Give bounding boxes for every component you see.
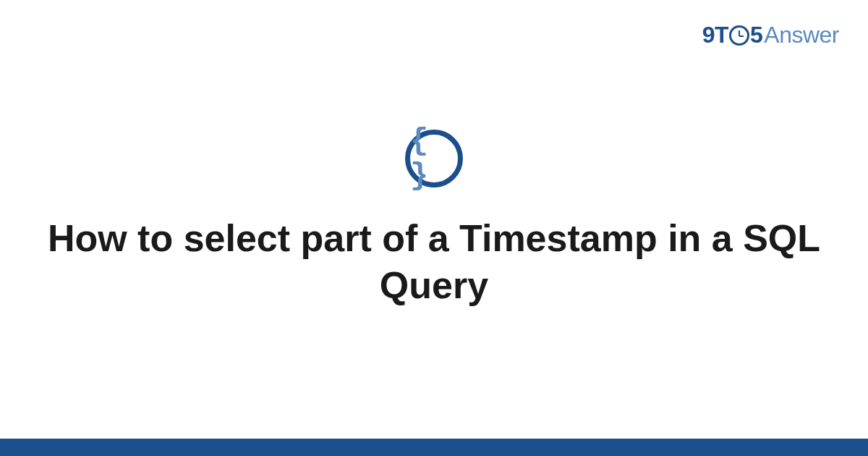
code-braces-icon: { } — [405, 130, 463, 187]
page-title: How to select part of a Timestamp in a S… — [43, 215, 825, 309]
bottom-accent-bar — [0, 439, 868, 456]
main-content: { } How to select part of a Timestamp in… — [0, 0, 868, 439]
